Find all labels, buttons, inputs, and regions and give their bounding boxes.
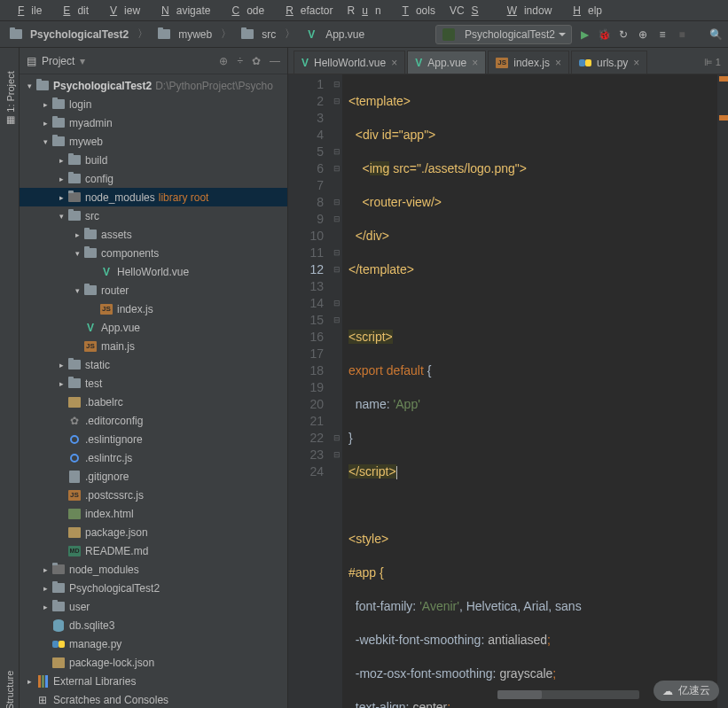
tree-item-indexjs[interactable]: JSindex.js bbox=[20, 300, 287, 318]
vue-icon: V bbox=[415, 57, 422, 69]
line-gutter: 123456789101112131415161718192021222324 bbox=[288, 74, 331, 708]
tab-helloworld[interactable]: VHelloWorld.vue× bbox=[294, 51, 405, 74]
tree-item[interactable]: .eslintrc.js bbox=[20, 448, 287, 467]
library-icon bbox=[38, 675, 48, 688]
project-tool-tab[interactable]: ▦1: Project bbox=[4, 71, 15, 124]
stop-button[interactable]: ■ bbox=[675, 27, 689, 42]
tree-item[interactable]: .babelrc bbox=[20, 393, 287, 411]
gear-icon[interactable]: ✿ bbox=[252, 55, 261, 67]
expand-all-icon[interactable]: ÷ bbox=[237, 55, 243, 67]
tree-item[interactable]: .eslintignore bbox=[20, 430, 287, 448]
profile-button[interactable]: ≡ bbox=[655, 27, 669, 42]
fold-gutter[interactable]: ⊟⊟⊟⊟⊟⊟⊟⊟⊟⊟⊟⊟ bbox=[331, 74, 343, 708]
tabs-counter[interactable]: ⊫ 1 bbox=[697, 51, 728, 74]
tree-item[interactable]: package.json bbox=[20, 523, 287, 541]
menu-tools[interactable]: Tools bbox=[388, 2, 442, 19]
editor-body[interactable]: 123456789101112131415161718192021222324 … bbox=[288, 74, 728, 708]
tree-item[interactable]: index.html bbox=[20, 504, 287, 523]
menu-edit[interactable]: Edit bbox=[49, 2, 96, 19]
js-icon: JS bbox=[68, 490, 81, 501]
close-icon[interactable]: × bbox=[472, 57, 478, 69]
tree-item[interactable]: JS.postcssrc.js bbox=[20, 486, 287, 504]
tree-item[interactable]: ▸myadmin bbox=[20, 113, 287, 132]
project-panel-header: ▤ Project ▾ ⊕ ÷ ✿ — bbox=[20, 48, 287, 74]
close-icon[interactable]: × bbox=[555, 57, 561, 69]
tree-item[interactable]: ▾src bbox=[20, 206, 287, 225]
left-tool-strip: ▦1: Project Structure bbox=[0, 48, 20, 708]
horizontal-scrollbar[interactable] bbox=[497, 690, 639, 699]
error-stripe[interactable] bbox=[717, 74, 728, 708]
json-icon bbox=[52, 657, 65, 668]
tree-item[interactable]: ▸node_modules bbox=[20, 560, 287, 579]
menu-refactor[interactable]: Refactor bbox=[271, 2, 340, 19]
tree-item-mainjs[interactable]: JSmain.js bbox=[20, 337, 287, 355]
tree-item[interactable]: ▸login bbox=[20, 95, 287, 113]
html-icon bbox=[68, 509, 81, 519]
project-tree: ▾ PsychologicalTest2 D:\PythonProject\Ps… bbox=[20, 74, 287, 708]
editor-area: VHelloWorld.vue× VApp.vue× JSindex.js× u… bbox=[288, 48, 728, 708]
run-button[interactable]: ▶ bbox=[577, 27, 591, 42]
tab-indexjs[interactable]: JSindex.js× bbox=[488, 51, 569, 74]
tree-item[interactable]: ▸assets bbox=[20, 225, 287, 244]
tree-item-appvue[interactable]: VApp.vue bbox=[20, 318, 287, 337]
js-icon: JS bbox=[100, 304, 113, 315]
menu-run[interactable]: Run bbox=[341, 2, 388, 19]
tree-item[interactable]: ▾components bbox=[20, 244, 287, 262]
menu-navigate[interactable]: Navigate bbox=[147, 2, 217, 19]
vue-icon: V bbox=[301, 57, 309, 69]
code-content[interactable]: <template> <div id="app"> <img src="./as… bbox=[343, 74, 728, 708]
python-icon bbox=[579, 57, 591, 69]
breadcrumb-item[interactable]: myweb bbox=[153, 26, 215, 43]
tree-item[interactable]: ▸PsychologicalTest2 bbox=[20, 579, 287, 597]
run-config-dropdown[interactable]: PsychologicalTest2 bbox=[435, 25, 572, 44]
debug-button[interactable]: 🐞 bbox=[597, 27, 611, 42]
tree-item[interactable]: db.sqlite3 bbox=[20, 616, 287, 634]
tree-item[interactable]: ▸static bbox=[20, 355, 287, 374]
locate-icon[interactable]: ⊕ bbox=[219, 55, 228, 67]
tree-item[interactable]: ▸test bbox=[20, 374, 287, 393]
tree-item[interactable]: ▾myweb bbox=[20, 132, 287, 151]
js-icon: JS bbox=[496, 58, 508, 68]
vue-icon: V bbox=[83, 321, 98, 335]
tree-item[interactable]: manage.py bbox=[20, 634, 287, 653]
tree-item[interactable]: ✿.editorconfig bbox=[20, 411, 287, 430]
tree-root[interactable]: ▾ PsychologicalTest2 D:\PythonProject\Ps… bbox=[20, 76, 287, 95]
menu-window[interactable]: Window bbox=[493, 2, 560, 19]
breadcrumb-item[interactable]: V App.vue bbox=[301, 26, 368, 43]
tree-item[interactable]: ▸config bbox=[20, 169, 287, 188]
menu-help[interactable]: Help bbox=[559, 2, 609, 19]
menu-code[interactable]: Code bbox=[217, 2, 271, 19]
close-icon[interactable]: × bbox=[391, 57, 397, 69]
menu-vcs[interactable]: VCS bbox=[442, 2, 493, 19]
tree-external-libraries[interactable]: ▸External Libraries bbox=[20, 672, 287, 690]
tree-item[interactable]: ▾router bbox=[20, 281, 287, 300]
menu-bar: File Edit View Navigate Code Refactor Ru… bbox=[0, 0, 728, 21]
search-everywhere-button[interactable]: 🔍 bbox=[708, 27, 723, 42]
project-view-icon: ▤ bbox=[27, 55, 36, 67]
chevron-right-icon: 〉 bbox=[219, 27, 233, 42]
attach-button[interactable]: ↻ bbox=[616, 27, 630, 42]
tree-item[interactable]: ▸user bbox=[20, 597, 287, 616]
tree-item-helloworld[interactable]: VHelloWorld.vue bbox=[20, 262, 287, 281]
close-icon[interactable]: × bbox=[633, 57, 639, 69]
tree-item[interactable]: .gitignore bbox=[20, 467, 287, 486]
tree-item[interactable]: MDREADME.md bbox=[20, 541, 287, 560]
menu-file[interactable]: File bbox=[4, 2, 49, 19]
chevron-down-icon[interactable]: ▾ bbox=[80, 55, 85, 67]
tree-item[interactable]: package-lock.json bbox=[20, 653, 287, 672]
breadcrumb-root[interactable]: PsychologicalTest2 bbox=[5, 26, 132, 43]
hide-panel-icon[interactable]: — bbox=[270, 55, 280, 67]
menu-view[interactable]: View bbox=[96, 2, 147, 19]
tab-urlspy[interactable]: urls.py× bbox=[571, 51, 647, 74]
text-icon bbox=[69, 471, 80, 483]
coverage-button[interactable]: ⊕ bbox=[636, 27, 650, 42]
breadcrumb-item[interactable]: src bbox=[237, 26, 279, 43]
structure-tool-tab[interactable]: Structure bbox=[4, 671, 15, 708]
tree-item-node-modules[interactable]: ▸node_moduleslibrary root bbox=[20, 188, 287, 206]
tab-appvue[interactable]: VApp.vue× bbox=[407, 51, 486, 74]
watermark-badge: ☁亿速云 bbox=[654, 681, 719, 701]
eslint-icon bbox=[70, 435, 79, 444]
js-icon: JS bbox=[84, 341, 97, 352]
tree-scratches[interactable]: ⊞Scratches and Consoles bbox=[20, 690, 287, 708]
tree-item[interactable]: ▸build bbox=[20, 151, 287, 169]
